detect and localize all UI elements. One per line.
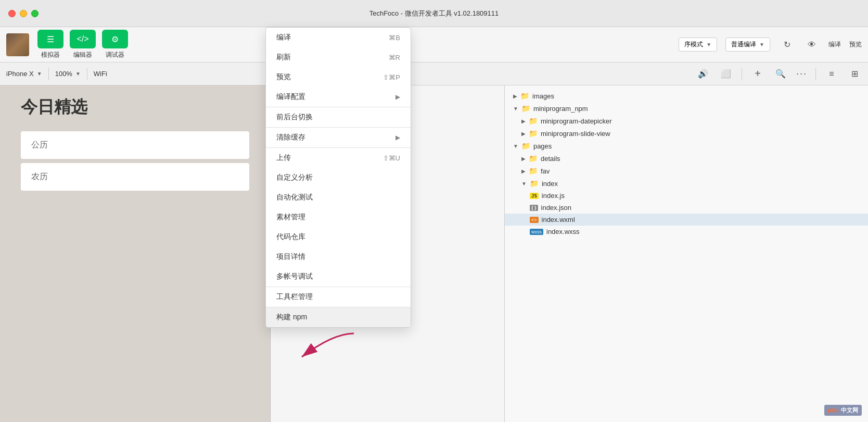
preview-label: 预览: [849, 40, 862, 49]
menu-item-label: 自定义分析: [276, 173, 313, 182]
submenu-arrow-icon: ▶: [395, 134, 400, 141]
menu-item-label: 前后台切换: [276, 113, 313, 122]
separator-3: [742, 68, 742, 80]
device-arrow-icon: ▼: [37, 71, 42, 77]
menu-item-label: 项目详情: [276, 252, 305, 262]
folder-icon: 📁: [529, 154, 538, 163]
folder-icon: 📁: [529, 167, 538, 175]
menu-item-build-npm[interactable]: 构建 npm: [266, 307, 411, 327]
debugger-button[interactable]: ⚙ 调试器: [102, 30, 128, 59]
device-select[interactable]: iPhone X ▼: [6, 70, 42, 78]
menu-item-label: 编译配置: [276, 92, 305, 102]
menu-item-upload[interactable]: 上传 ⇧⌘U: [266, 148, 411, 168]
sim-title: 今日精选: [21, 96, 249, 119]
sound-icon[interactable]: 🔊: [696, 67, 710, 81]
simulator-content: 今日精选 公历 农历: [0, 85, 270, 205]
toolbar-right: 序模式 ▼ 普通编译 ▼ ↻ 👁 编译 预览: [679, 36, 862, 53]
filetree-item-index-json[interactable]: { } index.json: [505, 202, 868, 214]
filetree-item-miniprogram-npm[interactable]: ▼ 📁 miniprogram_npm: [505, 102, 868, 115]
filetree-item-label: index.js: [542, 192, 565, 200]
php-label: php: [828, 407, 838, 413]
filetree-item-images[interactable]: ▶ 📁 images: [505, 90, 868, 102]
filetree-item-index-wxss[interactable]: wxss index.wxss: [505, 226, 868, 238]
search-icon[interactable]: 🔍: [773, 67, 788, 81]
expand-icon: ▼: [513, 106, 518, 111]
mode-select[interactable]: 序模式 ▼: [679, 38, 717, 52]
traffic-lights: [8, 10, 39, 17]
menu-item-preview[interactable]: 预览 ⇧⌘P: [266, 67, 411, 87]
zoom-arrow-icon: ▼: [75, 71, 81, 77]
zoom-select[interactable]: 100% ▼: [55, 70, 81, 78]
add-icon[interactable]: +: [750, 67, 765, 81]
menu-item-compile-config[interactable]: 编译配置 ▶: [266, 87, 411, 107]
filetree-item-index-folder[interactable]: ▼ 📁 index: [505, 177, 868, 190]
device-toolbar: iPhone X ▼ 100% ▼ WiFi 🔊 ⬜ + 🔍 ··· ≡ ⊞: [0, 63, 868, 85]
simulator-button[interactable]: ☰ 模拟器: [37, 30, 63, 59]
sim-row-1: 农历: [21, 163, 249, 191]
preview-action[interactable]: 预览: [849, 40, 862, 49]
debugger-label: 调试器: [106, 51, 124, 59]
format-icon[interactable]: ≡: [824, 67, 839, 81]
compile-select-arrow: ▼: [759, 42, 764, 47]
more-icon[interactable]: ···: [796, 68, 807, 79]
close-button[interactable]: [8, 10, 16, 17]
menu-item-refresh[interactable]: 刷新 ⌘R: [266, 47, 411, 67]
menu-item-multi-account[interactable]: 多帐号调试: [266, 267, 411, 287]
toolbar-buttons: ☰ 模拟器 </> 编辑器 ⚙ 调试器: [37, 30, 128, 59]
menu-shortcut: ⇧⌘P: [383, 73, 400, 81]
menu-item-clear-cache[interactable]: 清除缓存 ▶: [266, 128, 411, 147]
filetree-item-index-wxml[interactable]: <> index.wxml: [505, 214, 868, 226]
editor-label: 编辑器: [73, 51, 92, 59]
menu-item-label: 预览: [276, 72, 291, 82]
menu-item-project-details[interactable]: 项目详情: [266, 247, 411, 267]
expand-icon: ▶: [521, 156, 526, 162]
network-select[interactable]: WiFi: [94, 70, 107, 78]
filetree-item-details[interactable]: ▶ 📁 details: [505, 152, 868, 165]
menu-item-auto-test[interactable]: 自动化测试: [266, 188, 411, 207]
panel-icon[interactable]: ⊞: [847, 67, 862, 81]
php-suffix: 中文网: [841, 407, 858, 413]
filetree-item-index-js[interactable]: JS index.js: [505, 190, 868, 202]
simulator-panel: 今日精选 公历 农历: [0, 85, 271, 422]
menu-item-assets[interactable]: 素材管理: [266, 207, 411, 227]
menu-item-compile[interactable]: 编译 ⌘B: [266, 28, 411, 47]
js-icon: JS: [530, 193, 539, 199]
menu-item-code-repo[interactable]: 代码仓库: [266, 227, 411, 247]
screen-icon[interactable]: ⬜: [719, 67, 733, 81]
filetree-item-label: images: [532, 92, 554, 100]
filetree-item-label: miniprogram-datepicker: [541, 117, 612, 125]
dropdown-menu: 编译 ⌘B 刷新 ⌘R 预览 ⇧⌘P 编译配置 ▶ 前后台切换: [265, 27, 411, 328]
minimize-button[interactable]: [20, 10, 27, 17]
menu-item-label: 构建 npm: [276, 313, 307, 322]
menu-item-label: 清除缓存: [276, 133, 305, 142]
menu-shortcut: ⇧⌘U: [383, 154, 400, 162]
main-content: 今日精选 公历 农历 ▶ 📁 images ▼ 📁 miniprogram_np…: [0, 85, 868, 422]
sim-row-0-label: 公历: [31, 140, 48, 149]
filetree-item-slideview[interactable]: ▶ 📁 miniprogram-slide-view: [505, 127, 868, 140]
maximize-button[interactable]: [31, 10, 39, 17]
simulator-icon: ☰: [37, 30, 63, 48]
folder-icon: 📁: [529, 129, 538, 138]
filetree-item-fav[interactable]: ▶ 📁 fav: [505, 165, 868, 177]
menu-item-label: 编译: [276, 33, 291, 42]
folder-icon: 📁: [520, 92, 529, 100]
submenu-arrow-icon: ▶: [395, 93, 400, 101]
sim-row-1-label: 农历: [31, 172, 48, 181]
filetree-item-label: miniprogram-slide-view: [541, 130, 610, 138]
expand-icon: ▶: [521, 118, 526, 124]
menu-item-fgbg-switch[interactable]: 前后台切换: [266, 107, 411, 127]
preview-eye-icon[interactable]: 👁: [803, 36, 820, 53]
filetree-item-pages[interactable]: ▼ 📁 pages: [505, 140, 868, 152]
avatar[interactable]: [6, 33, 29, 56]
editor-button[interactable]: </> 编辑器: [70, 30, 96, 59]
menu-item-toolbar-manage[interactable]: 工具栏管理: [266, 287, 411, 307]
compile-action[interactable]: 编译: [828, 40, 841, 49]
filetree-item-datepicker[interactable]: ▶ 📁 miniprogram-datepicker: [505, 115, 868, 127]
compile-select[interactable]: 普通编译 ▼: [725, 38, 770, 52]
zoom-value: 100%: [55, 70, 72, 78]
refresh-icon[interactable]: ↻: [778, 36, 795, 53]
filetree-item-label: details: [541, 155, 560, 163]
menu-item-custom-analysis[interactable]: 自定义分析: [266, 168, 411, 188]
menu-item-label: 工具栏管理: [276, 292, 313, 302]
expand-icon: ▼: [521, 181, 527, 187]
